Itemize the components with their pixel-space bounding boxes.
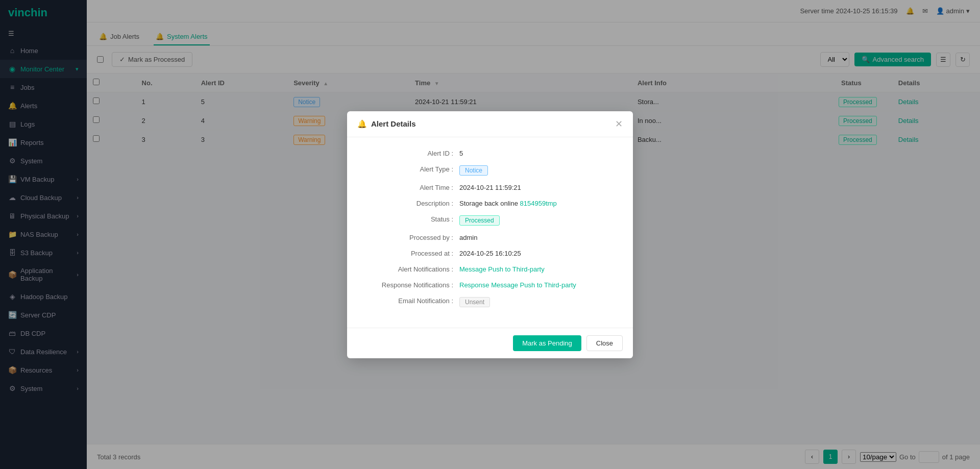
detail-row-description: Description : Storage back online 815495…: [368, 200, 612, 207]
detail-row-alert-notifications: Alert Notifications : Message Push to Th…: [368, 265, 612, 273]
modal-title-text: Alert Details: [371, 119, 416, 128]
response-notifications-label: Response Notifications :: [368, 281, 459, 289]
alert-time-label: Alert Time :: [368, 184, 459, 191]
bell-icon: 🔔: [357, 119, 367, 129]
alert-time-value: 2024-10-21 11:59:21: [459, 184, 612, 191]
alert-id-label: Alert ID :: [368, 150, 459, 157]
detail-row-email-notification: Email Notification : Unsent: [368, 297, 612, 307]
modal-close-button[interactable]: ✕: [615, 118, 623, 130]
status-badge: Processed: [459, 215, 500, 226]
processed-at-label: Processed at :: [368, 250, 459, 257]
detail-row-response-notifications: Response Notifications : Response Messag…: [368, 281, 612, 289]
alert-type-label: Alert Type :: [368, 165, 459, 173]
alert-type-badge: Notice: [459, 165, 488, 176]
description-value: Storage back online 8154959tmp: [459, 200, 612, 207]
modal-overlay: 🔔 Alert Details ✕ Alert ID : 5 Alert Typ…: [0, 0, 980, 469]
processed-by-label: Processed by :: [368, 234, 459, 241]
response-notifications-value[interactable]: Response Message Push to Third-party: [459, 281, 612, 289]
detail-row-status: Status : Processed: [368, 215, 612, 226]
mark-as-pending-button[interactable]: Mark as Pending: [513, 335, 581, 351]
alert-notifications-label: Alert Notifications :: [368, 265, 459, 273]
alert-id-value: 5: [459, 150, 612, 157]
modal-footer: Mark as Pending Close: [347, 328, 633, 358]
status-value: Processed: [459, 215, 612, 226]
detail-row-processed-at: Processed at : 2024-10-25 16:10:25: [368, 250, 612, 257]
alert-type-value: Notice: [459, 165, 612, 176]
alert-details-modal: 🔔 Alert Details ✕ Alert ID : 5 Alert Typ…: [347, 111, 633, 358]
modal-header: 🔔 Alert Details ✕: [347, 111, 633, 137]
modal-close-btn[interactable]: Close: [586, 335, 623, 351]
detail-row-alert-type: Alert Type : Notice: [368, 165, 612, 176]
description-link[interactable]: 8154959tmp: [520, 200, 557, 207]
status-label: Status :: [368, 215, 459, 223]
email-status-badge: Unsent: [459, 297, 490, 307]
processed-at-value: 2024-10-25 16:10:25: [459, 250, 612, 257]
email-notification-label: Email Notification :: [368, 297, 459, 305]
processed-by-value: admin: [459, 234, 612, 241]
alert-notifications-value[interactable]: Message Push to Third-party: [459, 265, 612, 273]
description-label: Description :: [368, 200, 459, 207]
detail-row-processed-by: Processed by : admin: [368, 234, 612, 241]
modal-title: 🔔 Alert Details: [357, 119, 416, 129]
detail-row-alert-id: Alert ID : 5: [368, 150, 612, 157]
detail-row-alert-time: Alert Time : 2024-10-21 11:59:21: [368, 184, 612, 191]
description-text: Storage back online: [459, 200, 520, 207]
modal-body: Alert ID : 5 Alert Type : Notice Alert T…: [347, 137, 633, 328]
email-notification-value: Unsent: [459, 297, 612, 307]
